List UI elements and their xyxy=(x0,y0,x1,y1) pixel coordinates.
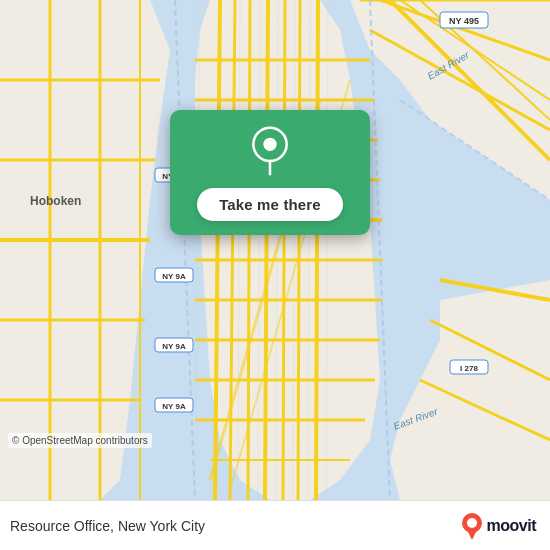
map-background: NY 495 NY 9A NY 9A NY 9A NY 9A I 278 Eas… xyxy=(0,0,550,500)
location-pin-icon xyxy=(245,126,295,176)
svg-text:NY 9A: NY 9A xyxy=(162,342,186,351)
moovit-logo: moovit xyxy=(461,512,536,540)
moovit-pin-icon xyxy=(461,512,483,540)
svg-line-11 xyxy=(316,0,318,500)
location-label: Resource Office, New York City xyxy=(10,518,205,534)
svg-text:NY 495: NY 495 xyxy=(449,16,479,26)
location-popup: Take me there xyxy=(170,110,370,235)
osm-attribution: © OpenStreetMap contributors xyxy=(8,433,152,448)
svg-point-71 xyxy=(467,518,477,528)
svg-text:I 278: I 278 xyxy=(460,364,478,373)
svg-point-68 xyxy=(263,138,276,151)
svg-marker-72 xyxy=(467,530,477,540)
take-me-there-button[interactable]: Take me there xyxy=(197,188,343,221)
svg-text:Hoboken: Hoboken xyxy=(30,194,81,208)
bottom-bar: Resource Office, New York City moovit xyxy=(0,500,550,550)
svg-text:NY 9A: NY 9A xyxy=(162,402,186,411)
moovit-wordmark: moovit xyxy=(487,517,536,535)
svg-text:NY 9A: NY 9A xyxy=(162,272,186,281)
svg-line-9 xyxy=(283,0,285,500)
map-container[interactable]: NY 495 NY 9A NY 9A NY 9A NY 9A I 278 Eas… xyxy=(0,0,550,500)
